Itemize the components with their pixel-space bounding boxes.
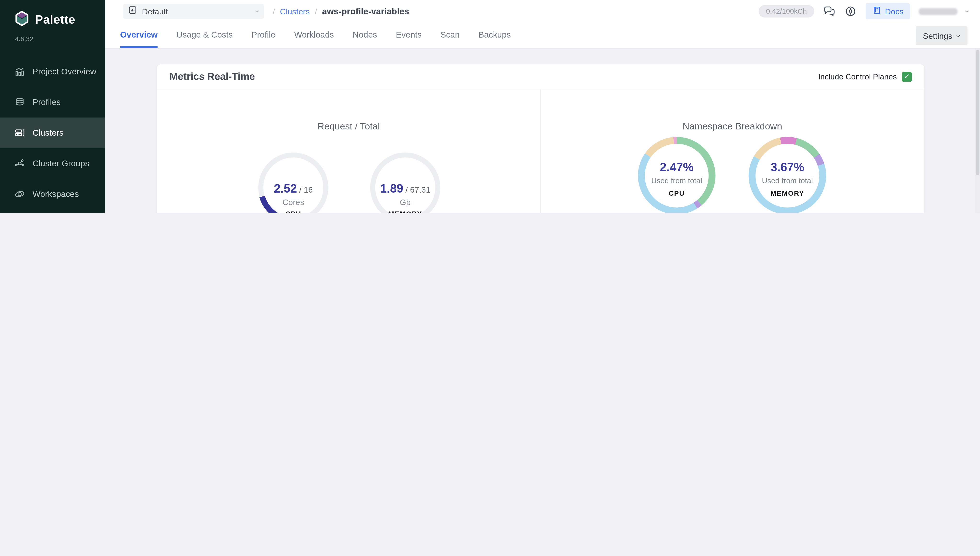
breadcrumb: / Clusters / aws-profile-variables [273, 6, 409, 16]
bar-chart-icon [14, 66, 25, 77]
metrics-card: Metrics Real-Time Include Control Planes… [157, 65, 925, 213]
cpu-namespace-donut: 2.47% Used from total CPU [638, 137, 716, 213]
sidebar-item-label: Cluster Groups [32, 159, 89, 168]
vertical-scrollbar[interactable] [975, 49, 980, 213]
book-icon [872, 6, 881, 17]
tab-backups[interactable]: Backups [478, 23, 511, 48]
tab-profile[interactable]: Profile [251, 23, 275, 48]
tab-workloads[interactable]: Workloads [294, 23, 334, 48]
content-area: Metrics Real-Time Include Control Planes… [105, 49, 980, 213]
cpu-gauge-label: CPU [243, 210, 343, 213]
sidebar-item-label: Clusters [32, 128, 63, 137]
settings-label: Settings [923, 31, 952, 40]
chevron-down-icon: › [253, 10, 262, 13]
main-area: Default › / Clusters / aws-profile-varia… [105, 0, 980, 213]
memory-donut-caption: Used from total [748, 176, 826, 185]
app-version: 4.6.32 [0, 32, 105, 49]
tab-usage-costs[interactable]: Usage & Costs [177, 23, 233, 48]
brand: Palette [0, 0, 105, 32]
metrics-divider [540, 89, 541, 213]
include-control-planes-label: Include Control Planes [818, 72, 897, 81]
include-control-planes-checkbox[interactable]: ✓ [902, 71, 912, 82]
palette-app-window: Palette 4.6.32 Project Overview Profiles [0, 0, 980, 213]
feedback-chat-icon[interactable] [823, 5, 836, 18]
memory-gauge-label: MEMORY [355, 210, 455, 213]
sidebar-item-workspaces[interactable]: Workspaces [0, 179, 105, 209]
compass-icon[interactable] [844, 5, 857, 18]
breadcrumb-clusters-link[interactable]: Clusters [280, 6, 310, 16]
cpu-gauge-unit: Cores [243, 197, 343, 207]
namespace-breakdown-title: Namespace Breakdown [540, 121, 924, 131]
network-icon [14, 158, 25, 169]
metrics-header: Metrics Real-Time Include Control Planes… [157, 65, 925, 89]
topbar-right: 0.42/100kCh Docs › [758, 3, 980, 19]
memory-gauge-unit: Gb [355, 197, 455, 207]
include-control-planes: Include Control Planes ✓ [818, 71, 912, 82]
cpu-donut-caption: Used from total [638, 176, 716, 185]
cpu-donut-percent: 2.47% [638, 160, 716, 174]
sidebar-item-label: Workspaces [32, 189, 79, 199]
project-selector[interactable]: Default › [123, 4, 264, 19]
sidebar: Palette 4.6.32 Project Overview Profiles [0, 0, 105, 213]
memory-gauge: 1.89 / 67.31 Gb MEMORY [355, 148, 455, 213]
breadcrumb-current: aws-profile-variables [322, 6, 409, 16]
sidebar-item-label: Project Overview [32, 67, 96, 76]
cluster-tabs: Overview Usage & Costs Profile Workloads… [105, 23, 980, 49]
docs-button[interactable]: Docs [866, 3, 910, 19]
memory-donut-label: MEMORY [748, 189, 826, 197]
sidebar-nav: Project Overview Profiles Clusters Clust… [0, 56, 105, 213]
metrics-title: Metrics Real-Time [170, 71, 255, 82]
brand-name: Palette [35, 13, 75, 27]
tab-overview[interactable]: Overview [120, 23, 158, 48]
layers-icon [14, 97, 25, 108]
memory-namespace-donut: 3.67% Used from total MEMORY [748, 137, 826, 213]
cpu-gauge-value: 2.52 / 16 [243, 182, 343, 196]
server-icon [14, 127, 25, 139]
docs-label: Docs [885, 6, 904, 16]
user-menu-chevron-icon[interactable]: › [963, 10, 972, 13]
chevron-down-icon: › [954, 34, 963, 37]
memory-gauge-value: 1.89 / 67.31 [355, 182, 455, 196]
sidebar-item-project-overview[interactable]: Project Overview [0, 56, 105, 87]
usage-quota-pill: 0.42/100kCh [758, 5, 814, 18]
sidebar-item-profiles[interactable]: Profiles [0, 87, 105, 118]
cpu-donut-label: CPU [638, 189, 716, 197]
settings-dropdown-button[interactable]: Settings › [915, 26, 967, 45]
cpu-gauge: 2.52 / 16 Cores CPU [243, 148, 343, 213]
tab-nodes[interactable]: Nodes [353, 23, 377, 48]
top-bar: Default › / Clusters / aws-profile-varia… [105, 0, 980, 23]
project-selector-value: Default [142, 6, 168, 16]
user-name-redacted[interactable] [918, 8, 957, 15]
orbit-icon [14, 189, 25, 200]
sidebar-item-cluster-groups[interactable]: Cluster Groups [0, 148, 105, 179]
palette-logo-icon [14, 10, 30, 30]
sidebar-item-label: Profiles [32, 98, 61, 107]
sidebar-item-clusters[interactable]: Clusters [0, 118, 105, 148]
project-scope-icon [128, 6, 137, 17]
breadcrumb-separator: / [315, 6, 317, 16]
breadcrumb-separator: / [273, 6, 275, 16]
request-total-title: Request / Total [157, 121, 541, 131]
memory-donut-percent: 3.67% [748, 160, 826, 174]
tab-scan[interactable]: Scan [441, 23, 460, 48]
scrollbar-thumb[interactable] [976, 50, 980, 175]
tab-events[interactable]: Events [396, 23, 422, 48]
sidebar-item-audit-logs[interactable]: Audit Logs [0, 209, 105, 213]
